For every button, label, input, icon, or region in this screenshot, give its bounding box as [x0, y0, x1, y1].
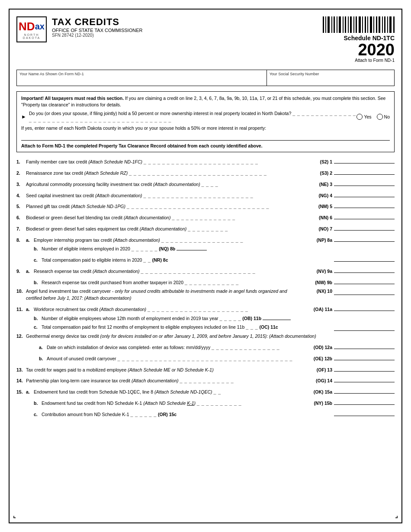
line-14-code: (OG) 14	[306, 378, 332, 385]
line-12a-sub: a.	[39, 344, 47, 351]
line-11a-sub: a.	[26, 306, 34, 313]
line-6-input[interactable]	[334, 212, 395, 219]
line-11c-sub: c.	[34, 324, 42, 331]
line-13-code: (OF) 13	[306, 367, 332, 374]
line-7-desc: Biodiesel or green diesel fuel sales equ…	[26, 226, 306, 233]
important-bold: Important! All taxpayers must read this …	[21, 96, 124, 101]
line-5-desc: Planned gift tax credit (Attach Schedule…	[26, 203, 306, 210]
line-8b-sub: b.	[34, 246, 42, 253]
line-15a: 15. a. Endowment fund tax credit from Sc…	[16, 387, 395, 396]
line-8c: c. Total compensation paid to eligible i…	[34, 255, 395, 264]
line-2: 2. Renaissance zone tax credit (Attach S…	[16, 168, 395, 177]
line-15b-input[interactable]	[334, 398, 395, 405]
logo-nd-text: ND	[19, 20, 35, 33]
line-10: 10. Angel fund investment tax credit car…	[16, 288, 395, 302]
line-12a: a. Date on which installation of device …	[39, 342, 395, 351]
line-8a-input[interactable]	[334, 235, 395, 242]
line-12b: b. Amount of unused credit carryover _ _…	[39, 353, 395, 362]
line-11c: c. Total compensation paid for first 12 …	[34, 324, 395, 331]
line-11-num: 11.	[16, 306, 26, 313]
line-13-input[interactable]	[334, 365, 395, 372]
yes-option[interactable]: Yes	[356, 114, 371, 120]
line-15b-desc: Endowment fund tax credit from ND Schedu…	[42, 400, 306, 407]
line-12: 12. Geothermal energy device tax credit …	[16, 333, 395, 340]
no-radio[interactable]	[377, 114, 383, 120]
attach-label: Attach to Form ND-1	[355, 58, 395, 63]
name-label: Your Name As Shown On Form ND-1	[19, 72, 264, 76]
no-option[interactable]: No	[377, 114, 390, 120]
important-section: Important! All taxpayers must read this …	[16, 91, 395, 152]
line-12b-sub: b.	[39, 356, 47, 362]
line-4-desc: Seed capital investment tax credit (Atta…	[26, 192, 306, 199]
line-15a-code: (OK) 15a	[306, 389, 332, 396]
line-1-input[interactable]	[334, 157, 395, 163]
line-8b-desc: Number of eligible interns employed in 2…	[42, 246, 395, 253]
line-4-num: 4.	[16, 192, 26, 199]
line-11a-desc: Workforce recruitment tax credit (Attach…	[34, 306, 306, 313]
line-15b: b. Endowment fund tax credit from ND Sch…	[34, 398, 395, 407]
bold-attach-text: Attach to Form ND-1 the completed Proper…	[21, 143, 390, 148]
line-12-num: 12.	[16, 333, 26, 340]
line-6-code: (NN) 6	[306, 215, 332, 221]
ssn-label: Your Social Security Number	[270, 72, 392, 76]
line-11b-sub: b.	[34, 315, 42, 322]
line-2-input[interactable]	[334, 168, 395, 175]
line-10-input[interactable]	[334, 288, 395, 295]
line-5-code: (NM) 5	[306, 203, 332, 210]
line-15-num: 15.	[16, 389, 26, 396]
line-8c-input[interactable]	[334, 255, 395, 262]
line-4-code: (NG) 4	[306, 192, 332, 199]
office-subtitle: OFFICE OF STATE TAX COMMISSIONER	[52, 28, 142, 33]
line-3: 3. Agricultural commodity processing fac…	[16, 179, 395, 188]
line-10-desc: Angel fund investment tax credit carryov…	[26, 288, 306, 302]
question-row: ► Do you (or does your spouse, if filing…	[21, 110, 390, 123]
logo-ax-text: ax	[35, 22, 45, 31]
yes-radio[interactable]	[356, 114, 363, 120]
bottom-left-mark: ⌞	[13, 512, 16, 519]
line-8a-desc: Employer internship program tax credit (…	[34, 237, 306, 244]
line-7: 7. Biodiesel or green diesel fuel sales …	[16, 224, 395, 233]
logo: ND ax NORTH DAKOTA	[16, 16, 47, 42]
line-1: 1. Family member care tax credit (Attach…	[16, 157, 395, 166]
question-text: Do you (or does your spouse, if filing j…	[29, 110, 357, 123]
line-9b-input[interactable]	[334, 277, 395, 284]
sfn-number: SFN 28742 (12-2020)	[52, 33, 142, 38]
bottom-right-mark: ⌟	[395, 512, 398, 519]
line-9a-input[interactable]	[334, 266, 395, 273]
line-6-num: 6.	[16, 215, 26, 221]
header-left: ND ax NORTH DAKOTA TAX CREDITS OFFICE OF…	[16, 16, 142, 42]
header-right: Schedule ND-1TC 2020 Attach to Form ND-1	[323, 16, 395, 63]
line-12a-input[interactable]	[334, 342, 395, 349]
county-input-area[interactable]	[21, 134, 390, 141]
line-9a-sub: a.	[26, 268, 34, 275]
line-8c-sub: c.	[34, 257, 42, 264]
line-8a: 8. a. Employer internship program tax cr…	[16, 235, 395, 244]
line-9a: 9. a. Research expense tax credit (Attac…	[16, 266, 395, 275]
line-12a-desc: Date on which installation of device was…	[47, 344, 306, 351]
line-11c-input[interactable]	[334, 324, 395, 331]
line-8c-desc: Total compensation paid to eligible inte…	[42, 257, 334, 264]
line-15c-input[interactable]	[334, 409, 395, 416]
line-11a-code: (OA) 11a	[306, 306, 332, 313]
line-14-input[interactable]	[334, 375, 395, 382]
header-title-block: TAX CREDITS OFFICE OF STATE TAX COMMISSI…	[52, 16, 142, 38]
line-2-num: 2.	[16, 170, 26, 177]
line-3-input[interactable]	[334, 179, 395, 186]
line-4: 4. Seed capital investment tax credit (A…	[16, 190, 395, 199]
line-15b-sub: b.	[34, 400, 42, 407]
line-11a-input[interactable]	[334, 304, 395, 311]
line-7-input[interactable]	[334, 224, 395, 231]
name-field[interactable]: Your Name As Shown On Form ND-1	[17, 70, 267, 86]
line-13-num: 13.	[16, 367, 26, 374]
line-15a-input[interactable]	[334, 387, 395, 394]
line-5-num: 5.	[16, 203, 26, 210]
no-label: No	[384, 114, 390, 120]
line-4-input[interactable]	[334, 190, 395, 197]
line-3-code: (NE) 3	[306, 181, 332, 188]
line-8a-code: (NP) 8a	[306, 237, 332, 244]
line-8b: b. Number of eligible interns employed i…	[34, 246, 395, 253]
line-5-input[interactable]	[334, 201, 395, 208]
ssn-field[interactable]: Your Social Security Number	[267, 70, 394, 86]
page-title: TAX CREDITS	[52, 16, 142, 28]
line-12b-input[interactable]	[334, 353, 395, 360]
